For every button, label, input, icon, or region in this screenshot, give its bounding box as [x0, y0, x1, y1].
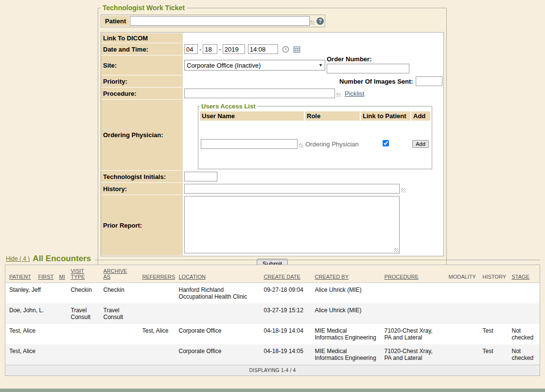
- order-number-input[interactable]: [327, 64, 409, 73]
- encounter-row[interactable]: Doe, John, L. Travel Consult Travel Cons…: [5, 303, 540, 324]
- encounter-row[interactable]: Test, Alice Test, Alice Corporate Office…: [5, 324, 540, 344]
- order-number-label: Order Number:: [327, 55, 409, 63]
- cell-archive-as: Travel Consult: [100, 303, 139, 324]
- date-month-input[interactable]: [184, 44, 198, 54]
- cell-create-date: 04-18-19 14:04: [260, 324, 311, 344]
- site-select[interactable]: Corporate Office (Inactive) ▼: [184, 60, 325, 71]
- picklist-link[interactable]: Picklist: [345, 90, 364, 97]
- role-value: Ordering Physician: [304, 121, 360, 167]
- encounters-header-row: PATIENT FIRST MI VISIT TYPE ARCHIVE AS R…: [5, 265, 540, 283]
- help-icon[interactable]: ?: [316, 18, 324, 25]
- date-time-group: - -: [184, 44, 442, 54]
- resize-grip[interactable]: [299, 143, 303, 148]
- patient-input[interactable]: [130, 16, 310, 26]
- bottom-bar: [0, 389, 545, 392]
- column-header-patient[interactable]: PATIENT: [9, 274, 31, 280]
- cell-create-date: 09-27-18 09:04: [260, 283, 311, 304]
- cell-stage: Not checked: [508, 344, 540, 365]
- column-header-create-date[interactable]: CREATE DATE: [264, 274, 300, 280]
- cell-patient-name: Stanley, Jeff: [5, 283, 67, 304]
- cell-procedure: 71020-Chest Xray, PA and Lateral: [381, 324, 445, 344]
- column-header-referrers[interactable]: REFERRERS: [142, 274, 176, 280]
- encounter-row[interactable]: Stanley, Jeff Checkin Checkin Hanford Ri…: [5, 283, 540, 304]
- images-sent-group: Number Of Images Sent:: [339, 76, 442, 86]
- cell-history: [479, 303, 508, 324]
- users-access-table: User Name Role Link to Patient Add: [200, 111, 430, 167]
- clock-icon[interactable]: [282, 46, 289, 53]
- cell-location: [175, 303, 260, 324]
- history-input[interactable]: [184, 184, 400, 194]
- cell-create-date: 03-27-19 15:12: [260, 303, 311, 324]
- order-number-group: Order Number:: [327, 55, 409, 73]
- resize-grip[interactable]: [401, 188, 405, 193]
- cell-created-by: Alice Uhrick (MIE): [311, 303, 381, 324]
- resize-grip[interactable]: [336, 93, 341, 97]
- column-header-stage[interactable]: STAGE: [512, 274, 529, 280]
- cell-location: Hanford Richland Occupational Health Cli…: [175, 283, 260, 304]
- cell-referrers: [139, 283, 175, 304]
- cell-visit-type: Checkin: [67, 283, 100, 304]
- link-to-dicom-value: [183, 33, 443, 43]
- all-encounters-title: All Encounters: [33, 254, 91, 264]
- column-header-procedure[interactable]: PROCEDURE: [385, 274, 419, 280]
- ordering-physician-label: Ordering Physician:: [101, 100, 183, 170]
- prior-report-textarea[interactable]: [184, 196, 400, 253]
- cell-archive-as: Checkin: [100, 283, 139, 304]
- site-select-value: Corporate Office (Inactive): [187, 62, 261, 69]
- calendar-icon[interactable]: [293, 46, 300, 53]
- cell-archive-as: [100, 344, 139, 365]
- images-sent-input[interactable]: [416, 76, 442, 86]
- encounters-header-bar: Hide ( 4 ) All Encounters: [5, 254, 540, 264]
- patient-field-group: Patient ?: [101, 15, 325, 27]
- add-user-button[interactable]: Add: [412, 140, 429, 148]
- date-year-input[interactable]: [223, 44, 245, 54]
- cell-patient-name: Doe, John, L.: [5, 303, 67, 324]
- users-access-list: Users Access List User Name Role Link to…: [198, 103, 432, 169]
- column-header-location[interactable]: LOCATION: [179, 274, 206, 280]
- cell-history: Test: [479, 344, 508, 365]
- cell-history: Test: [479, 324, 508, 344]
- column-header-mi[interactable]: MI: [59, 274, 65, 280]
- prior-report-label: Prior Report:: [101, 195, 183, 255]
- procedure-input[interactable]: [184, 89, 335, 98]
- procedure-group: Picklist: [184, 89, 442, 98]
- cell-procedure: [381, 283, 445, 304]
- column-header-created-by[interactable]: CREATED BY: [315, 274, 349, 280]
- link-to-patient-checkbox[interactable]: [383, 140, 389, 146]
- site-label: Site:: [101, 55, 183, 75]
- cell-created-by: MIE Medical Informatics Engineering: [311, 344, 381, 365]
- history-label: History:: [101, 183, 183, 195]
- cell-modality: [445, 344, 479, 365]
- date-day-input[interactable]: [203, 44, 217, 54]
- time-input[interactable]: [248, 44, 278, 54]
- user-name-input[interactable]: [201, 139, 298, 149]
- technologist-work-ticket-form: Technologist Work Ticket Patient ? Link …: [98, 4, 447, 273]
- encounters-table: PATIENT FIRST MI VISIT TYPE ARCHIVE AS R…: [5, 265, 540, 376]
- resize-grip[interactable]: [394, 248, 399, 252]
- date-time-label: Date and Time:: [101, 43, 183, 55]
- user-access-row: Ordering Physician Add: [200, 121, 430, 167]
- hide-encounters-link[interactable]: Hide ( 4 ): [6, 255, 30, 262]
- cell-referrers: [139, 303, 175, 324]
- column-header-user-name: User Name: [200, 111, 304, 121]
- cell-stage: Not checked: [508, 324, 540, 344]
- column-header-modality: MODALITY: [449, 274, 476, 280]
- cell-patient-name: Test, Alice: [5, 324, 67, 344]
- cell-modality: [445, 324, 479, 344]
- column-header-first[interactable]: FIRST: [38, 274, 54, 280]
- encounter-row[interactable]: Test, Alice Corporate Office 04-18-19 14…: [5, 344, 540, 365]
- images-sent-label: Number Of Images Sent:: [339, 78, 413, 85]
- cell-stage: [508, 283, 540, 304]
- cell-created-by: MIE Medical Informatics Engineering: [311, 324, 381, 344]
- all-encounters-section: Hide ( 4 ) All Encounters PATIENT FIRST …: [5, 254, 540, 376]
- column-header-archive-as[interactable]: ARCHIVE AS: [104, 268, 132, 280]
- cell-procedure: [381, 303, 445, 324]
- technologist-initials-input[interactable]: [184, 172, 217, 181]
- work-ticket-fields: Link To DICOM Date and Time: - -: [101, 32, 444, 256]
- resize-grip[interactable]: [310, 20, 315, 25]
- column-header-visit-type[interactable]: VISIT TYPE: [71, 268, 85, 280]
- cell-modality: [445, 303, 479, 324]
- cell-patient-name: Test, Alice: [5, 344, 67, 365]
- cell-history: [479, 283, 508, 304]
- link-to-dicom-label: Link To DICOM: [101, 33, 183, 43]
